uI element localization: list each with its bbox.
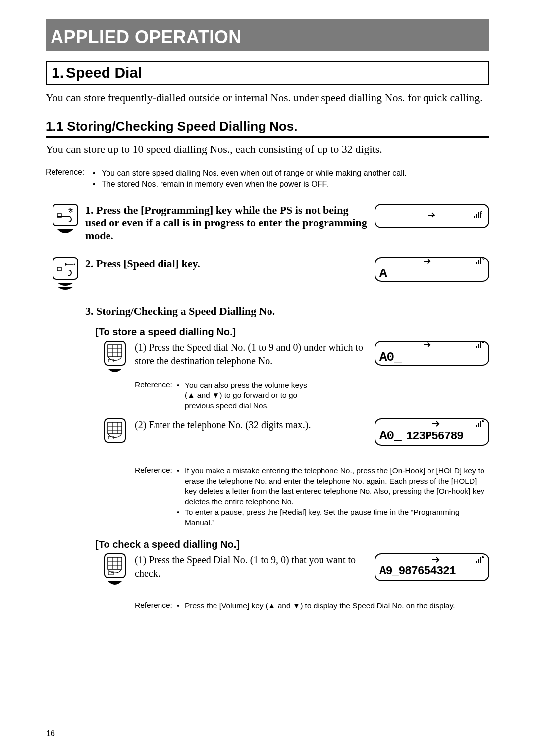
reference-item: To enter a pause, press the [Redial] key…: [185, 507, 489, 528]
store-ref1: Reference: •You can also press the volum…: [135, 380, 313, 412]
lcd-arrow-icon: [428, 212, 436, 220]
reference-label: Reference:: [46, 168, 93, 177]
check-heading: [To check a speed dialling No.]: [95, 539, 489, 550]
down-arrow-icon: [56, 228, 74, 236]
check-ref1: Reference: •Press the [Volume] key (▲ an…: [135, 601, 489, 611]
title-bar-text: APPLIED OPERATION: [51, 27, 242, 47]
lcd-text: A0_: [379, 350, 484, 365]
steps: 1. Press the [Programming] key while the…: [46, 204, 489, 611]
svg-rect-3: [108, 557, 122, 569]
svg-rect-1: [108, 345, 122, 357]
lcd-text-line1: A0_: [379, 429, 401, 443]
lcd-text: A: [379, 266, 484, 281]
page-content: APPLIED OPERATION 1. Speed Dial You can …: [46, 19, 489, 611]
store-sub1-text: (1) Press the Speed dial No. (1 to 9 and…: [135, 341, 374, 368]
reference-item: You can also press the volume keys (▲ an…: [185, 380, 313, 412]
section-intro: You can store frequently-dialled outside…: [46, 90, 489, 105]
header-top-stripe: [46, 19, 489, 26]
svg-rect-2: [108, 422, 122, 434]
lcd-display-store1: A0_: [374, 341, 489, 366]
step-1-text: 1. Press the [Programming] key while the…: [85, 204, 374, 242]
lcd-display-check1: A9_987654321: [374, 553, 489, 581]
subsection-rule: [46, 136, 489, 138]
section-heading-box: 1. Speed Dial: [46, 61, 489, 85]
reference-item: The stored Nos. remain in memory even wh…: [102, 179, 328, 190]
step-3-text: 3. Storing/Checking a Speed Dialling No.: [85, 305, 489, 318]
lcd-text: A9_987654321: [379, 565, 484, 578]
title-bar: APPLIED OPERATION: [46, 26, 489, 51]
step-1: 1. Press the [Programming] key while the…: [46, 204, 489, 242]
store-block: [To store a speed dialling No.] (1): [95, 326, 489, 528]
store-heading: [To store a speed dialling No.]: [95, 326, 489, 338]
subsection-title: 1.1 Storing/Checking Speed Dialling Nos.: [46, 119, 489, 134]
lcd-display-step2: A: [374, 257, 489, 282]
reference-top: Reference: •You can store speed dialling…: [46, 168, 489, 189]
step-2-text: 2. Press [Speed dial] key.: [85, 257, 374, 270]
section-title: Speed Dial: [66, 64, 142, 81]
section-number: 1.: [52, 64, 64, 81]
keypad-icon: [104, 341, 126, 366]
lcd-arrow-icon: [432, 420, 441, 429]
keypad-icon: [104, 553, 126, 578]
lcd-antenna-icon: [476, 341, 484, 351]
lcd-display-store2: A0_ 123P56789: [374, 418, 489, 446]
down-arrow-icon: [107, 368, 123, 375]
step-2: 2. Press [Speed dial] key. A: [46, 257, 489, 293]
lcd-arrow-icon: [423, 341, 432, 350]
lcd-text-line2: 123P56789: [406, 430, 463, 443]
lcd-display-step1: [374, 204, 489, 228]
step-3: 3. Storing/Checking a Speed Dialling No.: [46, 305, 489, 318]
lcd-antenna-icon: [476, 556, 484, 566]
store-ref2: Reference: •If you make a mistake enteri…: [135, 466, 489, 528]
reference-item: If you make a mistake entering the telep…: [185, 466, 489, 507]
store-sub2: (2) Enter the telephone No. (32 digits m…: [95, 418, 489, 446]
keypad-icon: [104, 418, 126, 443]
page-number: 16: [46, 729, 55, 738]
store-sub2-text: (2) Enter the telephone No. (32 digits m…: [135, 418, 374, 432]
check-block: [To check a speed dialling No.] (1): [95, 539, 489, 611]
check-sub1-text: (1) Press the Speed Dial No. (1 to 9, 0)…: [135, 553, 374, 580]
check-sub1: (1) Press the Speed Dial No. (1 to 9, 0)…: [95, 553, 489, 587]
programming-key-icon: [53, 204, 78, 226]
store-sub1: (1) Press the Speed dial No. (1 to 9 and…: [95, 341, 489, 375]
svg-point-0: [74, 263, 75, 265]
lcd-antenna-icon: [476, 257, 484, 267]
reference-body: •You can store speed dialling Nos. even …: [93, 168, 489, 189]
speed-dial-key-icon: [53, 257, 78, 280]
down-arrow-icon: [107, 580, 123, 587]
lcd-arrow-icon: [432, 556, 441, 565]
lcd-antenna-icon: [476, 420, 484, 430]
lcd-antenna-icon: [474, 211, 482, 221]
down-arrow-double-icon: [56, 282, 74, 293]
subsection-intro: You can store up to 10 speed dialling No…: [46, 142, 489, 157]
reference-item: Press the [Volume] key (▲ and ▼) to disp…: [185, 601, 455, 611]
lcd-arrow-icon: [423, 258, 432, 267]
reference-item: You can store speed dialling Nos. even w…: [102, 168, 407, 179]
